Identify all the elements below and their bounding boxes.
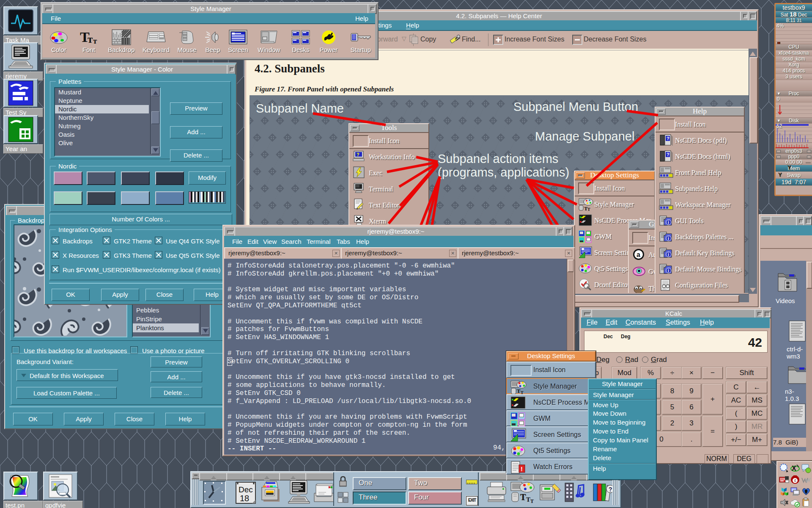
svg-text:T: T xyxy=(526,496,530,503)
svg-text:т: т xyxy=(88,33,93,45)
svg-text:т: т xyxy=(93,36,97,45)
svg-text:£: £ xyxy=(794,478,796,483)
svg-text:X: X xyxy=(792,465,796,472)
svg-text:T: T xyxy=(530,498,534,504)
svg-text:T: T xyxy=(520,492,526,502)
svg-text:T: T xyxy=(517,388,521,394)
svg-text:18: 18 xyxy=(240,494,249,503)
svg-text:Dec: Dec xyxy=(239,485,253,494)
svg-text:!: ! xyxy=(521,465,523,472)
svg-text:?: ? xyxy=(609,486,612,493)
